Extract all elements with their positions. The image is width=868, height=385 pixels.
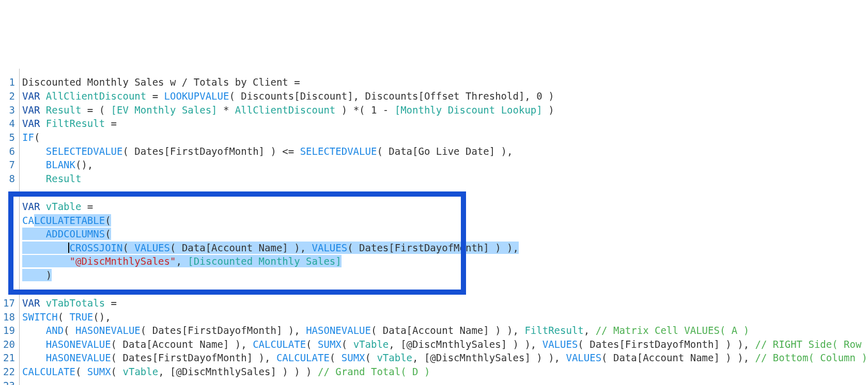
line-number-gutter: 12345678171819202122232425 bbox=[0, 69, 20, 386]
token-plain: ( bbox=[111, 366, 123, 377]
code-line[interactable]: SWITCH( TRUE(), bbox=[22, 310, 111, 324]
token-fn: SUMX bbox=[318, 339, 342, 350]
token-plain: = bbox=[87, 201, 93, 212]
token-plain bbox=[22, 352, 46, 363]
code-line[interactable]: BLANK(), bbox=[22, 158, 93, 172]
token-fn: ADDCOLUMNS bbox=[46, 228, 105, 240]
code-line[interactable]: HASONEVALUE( Dates[FirstDayofMonth] ), C… bbox=[22, 351, 868, 365]
token-plain: , bbox=[584, 325, 596, 336]
token-fn: VALUES bbox=[312, 242, 348, 254]
code-line[interactable]: VAR vTable = bbox=[22, 200, 93, 214]
token-plain: ( bbox=[306, 339, 318, 350]
token-fn: TRUE bbox=[70, 311, 94, 323]
token-plain: ( Data[Account Name] ) ), bbox=[601, 352, 755, 363]
token-plain bbox=[22, 159, 46, 170]
code-line[interactable]: VAR vTabTotals = bbox=[22, 296, 117, 310]
code-line[interactable]: VAR FiltResult = bbox=[22, 117, 117, 131]
line-number: 8 bbox=[9, 172, 17, 186]
line-number: 7 bbox=[9, 158, 17, 172]
token-plain: , [@DiscMnthlySales] ) ) ) bbox=[158, 366, 318, 377]
token-var: FiltResult bbox=[524, 325, 583, 336]
token-var: FiltResult bbox=[46, 118, 111, 129]
code-line[interactable]: Result bbox=[22, 172, 81, 186]
text-caret bbox=[68, 243, 69, 253]
token-plain: ( Discounts[Discount], Discounts[Offset … bbox=[229, 90, 536, 102]
token-fn: CALCULATE bbox=[253, 339, 306, 350]
token-fn: CA bbox=[22, 215, 34, 226]
code-line[interactable]: AND( HASONEVALUE( Dates[FirstDayofMonth]… bbox=[22, 324, 749, 338]
line-number: 4 bbox=[9, 117, 17, 131]
token-plain: ( Data[Account Name] ), bbox=[111, 339, 253, 350]
token-kw: VAR bbox=[22, 297, 46, 309]
token-plain bbox=[22, 146, 46, 157]
line-number: 20 bbox=[3, 338, 17, 351]
token-fn: CALCULATE bbox=[276, 352, 330, 363]
token-plain: , bbox=[176, 255, 188, 267]
code-line[interactable]: "@DiscMnthlySales", [Discounted Monthly … bbox=[22, 254, 342, 268]
token-plain: ( Dates[FirstDayofMonth] ), bbox=[111, 352, 276, 363]
token-plain: (), bbox=[93, 311, 111, 323]
line-number: 19 bbox=[3, 324, 17, 338]
token-plain: , [@DiscMnthlySales] ) ), bbox=[412, 352, 566, 363]
token-plain: = bbox=[111, 118, 117, 129]
token-var: Result bbox=[46, 104, 87, 116]
token-plain: ( bbox=[58, 311, 70, 323]
token-plain: * bbox=[218, 104, 235, 116]
token-plain: ) *( bbox=[335, 104, 371, 116]
code-line[interactable]: CROSSJOIN( VALUES( Data[Account Name] ),… bbox=[22, 241, 519, 255]
line-number: 3 bbox=[9, 103, 17, 117]
code-line[interactable]: Discounted Monthly Sales w / Totals by C… bbox=[22, 75, 300, 89]
token-comment: // Grand Total( D ) bbox=[318, 366, 430, 377]
code-line[interactable]: CALCULATE( SUMX( vTable, [@DiscMnthlySal… bbox=[22, 365, 430, 379]
token-plain: = ( bbox=[87, 104, 111, 116]
token-plain: = bbox=[111, 297, 117, 309]
code-line[interactable]: ) bbox=[22, 268, 52, 282]
code-line[interactable]: VAR AllClientDiscount = LOOKUPVALUE( Dis… bbox=[22, 89, 554, 103]
token-var: vTable bbox=[123, 366, 159, 377]
code-line[interactable]: HASONEVALUE( Data[Account Name] ), CALCU… bbox=[22, 338, 868, 351]
code-line[interactable]: SELECTEDVALUE( Dates[FirstDayofMonth] ) … bbox=[22, 145, 513, 158]
token-plain: ( bbox=[330, 352, 342, 363]
code-line[interactable]: ADDCOLUMNS( bbox=[22, 227, 111, 241]
token-plain: Discounted Monthly Sales w / Totals by C… bbox=[22, 76, 294, 88]
token-fn: VALUES bbox=[542, 339, 578, 350]
line-number: 18 bbox=[3, 310, 17, 324]
token-fn: HASONEVALUE bbox=[46, 339, 111, 350]
token-plain: - bbox=[377, 104, 394, 116]
token-fn: VALUES bbox=[566, 352, 601, 363]
token-plain bbox=[22, 228, 46, 240]
token-kw: VAR bbox=[22, 90, 46, 102]
token-var: Result bbox=[46, 173, 82, 184]
token-comment: // Matrix Cell VALUES( A ) bbox=[596, 325, 749, 336]
code-line[interactable] bbox=[22, 379, 28, 386]
line-number: 21 bbox=[3, 351, 17, 365]
token-fn: HASONEVALUE bbox=[306, 325, 371, 336]
token-plain bbox=[22, 242, 70, 254]
code-line[interactable]: VAR Result = ( [EV Monthly Sales] * AllC… bbox=[22, 103, 554, 117]
token-kw: VAR bbox=[22, 201, 46, 212]
token-var: vTable bbox=[353, 339, 389, 350]
token-plain: ( Data[Account Name] ), bbox=[170, 242, 312, 254]
token-fn: SUMX bbox=[87, 366, 111, 377]
token-plain bbox=[22, 255, 70, 267]
token-plain bbox=[22, 380, 28, 386]
token-str: "@DiscMnthlySales" bbox=[70, 255, 176, 267]
token-fn: CROSSJOIN bbox=[70, 242, 123, 254]
token-var: vTable bbox=[46, 201, 87, 212]
token-ref: [Monthly Discount Lookup] bbox=[395, 104, 542, 116]
token-kw: VAR bbox=[22, 104, 46, 116]
token-var: vTabTotals bbox=[46, 297, 111, 309]
code-line[interactable]: CALCULATETABLE( bbox=[22, 214, 111, 228]
code-editor[interactable]: 12345678171819202122232425 Discounted Mo… bbox=[0, 69, 868, 386]
token-plain: ( bbox=[34, 132, 40, 143]
token-kw: VAR bbox=[22, 118, 46, 129]
token-comment: // RIGHT Side( Row ) Totals( B ) bbox=[755, 339, 868, 350]
token-plain: ( Dates[FirstDayofMonth] ), bbox=[141, 325, 306, 336]
token-plain: ( bbox=[75, 366, 87, 377]
token-fn: SWITCH bbox=[22, 311, 58, 323]
token-num: 0 bbox=[536, 90, 542, 102]
token-plain: , [@DiscMnthlySales] ) ), bbox=[389, 339, 542, 350]
token-plain: ( Data[Account Name] ) ), bbox=[371, 325, 524, 336]
token-fn: AND bbox=[46, 325, 64, 336]
code-line[interactable]: IF( bbox=[22, 131, 40, 145]
